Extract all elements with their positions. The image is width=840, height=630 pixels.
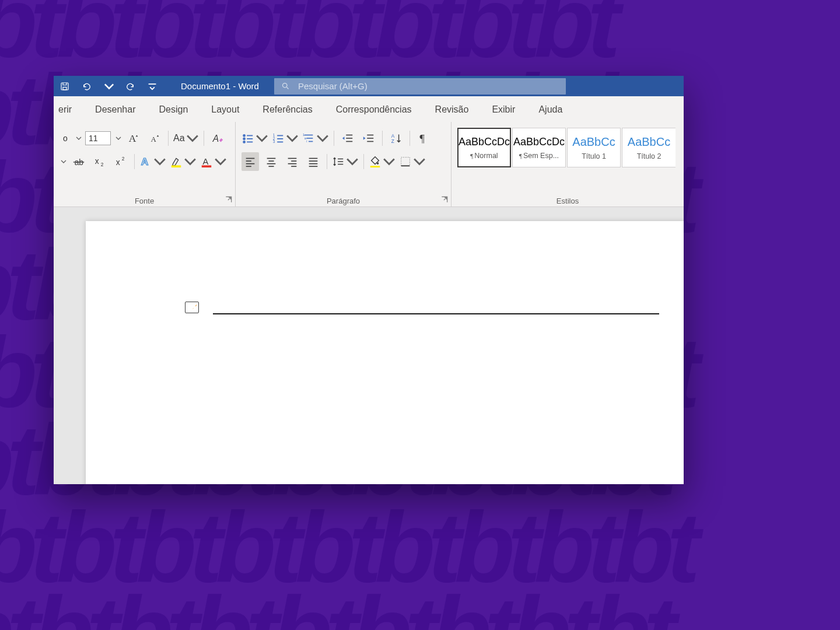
style-sample: AaBbCc	[628, 135, 670, 149]
increase-indent-button[interactable]	[360, 129, 377, 148]
grow-font-button[interactable]: A	[125, 129, 142, 148]
style-name: ¶Normal	[470, 152, 498, 160]
quick-access-toolbar	[54, 76, 166, 96]
svg-text:i: i	[306, 139, 307, 143]
tab-exibir[interactable]: Exibir	[491, 99, 516, 120]
font-name-fragment[interactable]: o	[60, 129, 71, 148]
shrink-font-button[interactable]: A	[146, 129, 163, 148]
line-spacing-button[interactable]	[332, 152, 359, 171]
style-no-spacing[interactable]: AaBbCcDc ¶Sem Esp...	[512, 128, 566, 167]
sort-button[interactable]: AZ	[387, 129, 405, 148]
change-case-button[interactable]: Aa	[173, 129, 199, 148]
font-color-button[interactable]: A	[200, 152, 227, 171]
size-dropdown-icon[interactable]	[116, 135, 121, 141]
search-box[interactable]: Pesquisar (Alt+G)	[274, 78, 566, 94]
tab-correspondencias[interactable]: Correspondências	[335, 99, 413, 120]
svg-point-20	[243, 141, 245, 143]
paragraph-group: 123 1ai AZ	[236, 122, 452, 206]
style-sample: AaBbCc	[572, 135, 615, 149]
svg-text:2: 2	[101, 162, 104, 167]
separator	[204, 131, 204, 146]
bullets-button[interactable]	[242, 129, 268, 148]
decrease-indent-button[interactable]	[339, 129, 356, 148]
tab-design[interactable]: Design	[158, 99, 189, 120]
style-heading1[interactable]: AaBbCc Título 1	[567, 128, 621, 167]
svg-rect-15	[202, 165, 212, 167]
strikethrough-button[interactable]: ab	[70, 152, 88, 171]
word-window: Documento1 - Word Pesquisar (Alt+G) erir…	[54, 76, 684, 484]
customize-qat-button[interactable]	[144, 78, 161, 94]
svg-text:A: A	[129, 132, 136, 144]
svg-rect-1	[63, 87, 66, 90]
svg-text:A: A	[151, 135, 157, 144]
style-sample: AaBbCcDc	[459, 136, 510, 148]
svg-text:A: A	[391, 134, 395, 139]
font-group-label: Fonte	[54, 197, 235, 205]
font-size-input[interactable]: 11	[85, 131, 111, 145]
style-sample: AaBbCcDc	[513, 136, 565, 148]
tab-layout[interactable]: Layout	[210, 99, 240, 120]
style-name: Título 1	[582, 152, 606, 160]
svg-text:2: 2	[122, 156, 125, 162]
paragraph-dialog-launcher[interactable]	[440, 195, 449, 204]
justify-button[interactable]	[304, 152, 322, 171]
horizontal-rule	[213, 313, 659, 314]
separator	[334, 131, 334, 146]
text-effects-button[interactable]: A	[139, 152, 166, 171]
highlight-button[interactable]	[170, 152, 197, 171]
tab-referencias[interactable]: Referências	[261, 99, 313, 120]
svg-text:3: 3	[273, 139, 275, 144]
align-center-button[interactable]	[262, 152, 280, 171]
separator	[382, 131, 383, 146]
multilevel-list-button[interactable]: 1ai	[302, 129, 329, 148]
subscript-button[interactable]: x2	[91, 152, 108, 171]
tab-ajuda[interactable]: Ajuda	[537, 99, 564, 120]
svg-text:A: A	[212, 134, 218, 144]
tab-inserir-partial[interactable]: erir	[57, 99, 73, 120]
search-placeholder: Pesquisar (Alt+G)	[298, 81, 368, 91]
tab-desenhar[interactable]: Desenhar	[94, 99, 136, 120]
undo-button[interactable]	[78, 78, 96, 94]
clear-formatting-button[interactable]: A	[209, 129, 226, 148]
numbering-button[interactable]: 123	[272, 129, 299, 148]
ribbon-tabs: erir Desenhar Design Layout Referências …	[54, 96, 684, 122]
styles-group: AaBbCcDc ¶Normal AaBbCcDc ¶Sem Esp... Aa…	[452, 122, 684, 206]
superscript-button[interactable]: x2	[112, 152, 130, 171]
redo-button[interactable]	[121, 78, 139, 94]
search-icon	[281, 82, 290, 90]
svg-point-16	[243, 135, 245, 136]
save-button[interactable]	[56, 78, 74, 94]
font-dialog-launcher[interactable]	[225, 195, 233, 204]
style-heading2[interactable]: AaBbCc Título 2	[622, 128, 676, 167]
font-dropdown-icon[interactable]	[76, 135, 82, 141]
styles-group-label: Estilos	[452, 197, 684, 205]
font-group: o 11 A A Aa A ab	[54, 122, 236, 206]
align-left-button[interactable]	[242, 152, 259, 171]
tab-revisao[interactable]: Revisão	[434, 99, 470, 120]
svg-text:Z: Z	[391, 139, 394, 144]
style-normal[interactable]: AaBbCcDc ¶Normal	[457, 128, 511, 167]
svg-point-18	[243, 138, 245, 139]
undo-dropdown[interactable]	[100, 78, 117, 94]
svg-text:A: A	[141, 156, 149, 167]
svg-rect-0	[61, 83, 68, 90]
separator	[168, 131, 169, 146]
separator	[134, 154, 135, 169]
svg-text:¶: ¶	[420, 133, 425, 145]
show-hide-marks-button[interactable]: ¶	[415, 129, 432, 148]
separator	[363, 154, 364, 169]
svg-point-2	[282, 83, 287, 88]
ribbon: o 11 A A Aa A ab	[54, 122, 684, 207]
svg-rect-62	[370, 166, 380, 167]
shading-button[interactable]	[369, 152, 396, 171]
style-name: ¶Sem Esp...	[519, 152, 559, 160]
borders-button[interactable]	[399, 152, 426, 171]
dropdown-icon[interactable]	[61, 159, 66, 164]
document-area	[54, 207, 684, 484]
titlebar: Documento1 - Word Pesquisar (Alt+G)	[54, 76, 684, 96]
align-right-button[interactable]	[284, 152, 301, 171]
paragraph-group-label: Parágrafo	[236, 197, 451, 205]
document-page[interactable]	[86, 221, 684, 484]
autocorrect-options-icon[interactable]	[185, 302, 199, 313]
svg-rect-63	[401, 158, 410, 166]
